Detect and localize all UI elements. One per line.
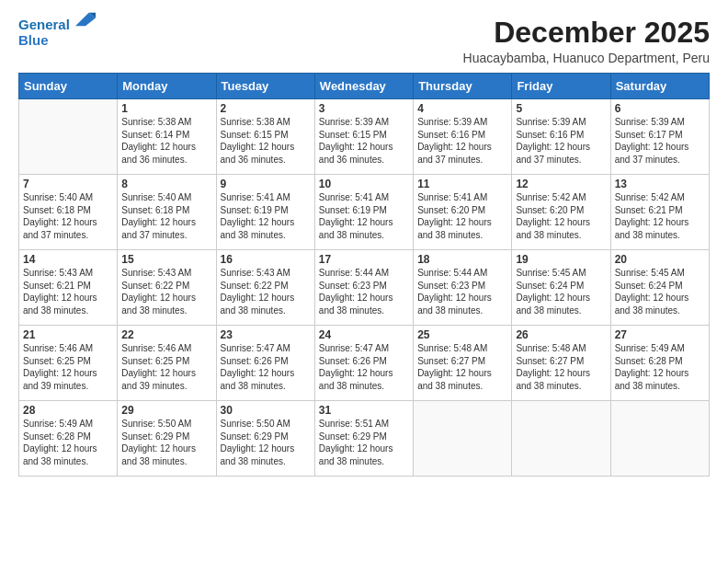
day-info: Sunrise: 5:42 AMSunset: 6:21 PMDaylight:… (615, 191, 705, 241)
day-number: 18 (417, 253, 507, 266)
day-info: Sunrise: 5:39 AMSunset: 6:16 PMDaylight:… (516, 116, 606, 166)
day-number: 31 (319, 404, 409, 417)
day-info: Sunrise: 5:39 AMSunset: 6:16 PMDaylight:… (417, 116, 507, 166)
col-tuesday: Tuesday (216, 74, 314, 99)
day-number: 10 (319, 178, 409, 190)
day-info: Sunrise: 5:41 AMSunset: 6:20 PMDaylight:… (417, 191, 507, 241)
day-number: 12 (516, 178, 606, 190)
calendar-cell: 18Sunrise: 5:44 AMSunset: 6:23 PMDayligh… (414, 250, 512, 326)
day-number: 15 (121, 253, 211, 266)
day-info: Sunrise: 5:50 AMSunset: 6:29 PMDaylight:… (121, 418, 211, 467)
day-number: 21 (23, 328, 113, 341)
calendar-week-row: 14Sunrise: 5:43 AMSunset: 6:21 PMDayligh… (19, 250, 710, 326)
calendar-cell: 27Sunrise: 5:49 AMSunset: 6:28 PMDayligh… (610, 326, 709, 401)
day-number: 3 (319, 102, 409, 115)
day-info: Sunrise: 5:45 AMSunset: 6:24 PMDaylight:… (516, 267, 606, 316)
calendar-cell: 2Sunrise: 5:38 AMSunset: 6:15 PMDaylight… (216, 99, 314, 175)
day-number: 20 (615, 253, 705, 266)
calendar-cell (19, 99, 118, 175)
calendar-cell (512, 401, 610, 477)
calendar-cell: 1Sunrise: 5:38 AMSunset: 6:14 PMDaylight… (118, 99, 216, 175)
calendar-cell: 17Sunrise: 5:44 AMSunset: 6:23 PMDayligh… (314, 250, 413, 326)
calendar-cell: 19Sunrise: 5:45 AMSunset: 6:24 PMDayligh… (512, 250, 610, 326)
col-sunday: Sunday (19, 74, 118, 99)
calendar-cell: 12Sunrise: 5:42 AMSunset: 6:20 PMDayligh… (512, 175, 610, 250)
day-info: Sunrise: 5:42 AMSunset: 6:20 PMDaylight:… (516, 191, 606, 241)
day-info: Sunrise: 5:48 AMSunset: 6:27 PMDaylight:… (516, 342, 606, 392)
col-thursday: Thursday (414, 74, 512, 99)
day-info: Sunrise: 5:43 AMSunset: 6:22 PMDaylight:… (121, 267, 211, 316)
calendar-cell: 20Sunrise: 5:45 AMSunset: 6:24 PMDayligh… (610, 250, 709, 326)
col-wednesday: Wednesday (314, 74, 413, 99)
calendar-cell (414, 401, 512, 477)
calendar-cell: 30Sunrise: 5:50 AMSunset: 6:29 PMDayligh… (216, 401, 314, 477)
day-number: 13 (615, 178, 705, 190)
calendar-header-row: Sunday Monday Tuesday Wednesday Thursday… (19, 74, 710, 99)
day-info: Sunrise: 5:48 AMSunset: 6:27 PMDaylight:… (417, 342, 507, 392)
day-number: 27 (615, 328, 705, 341)
logo-blue-text: Blue (18, 32, 96, 48)
calendar-cell: 29Sunrise: 5:50 AMSunset: 6:29 PMDayligh… (118, 401, 216, 477)
day-number: 26 (516, 328, 606, 341)
calendar-cell: 15Sunrise: 5:43 AMSunset: 6:22 PMDayligh… (118, 250, 216, 326)
day-number: 5 (516, 102, 606, 115)
day-info: Sunrise: 5:38 AMSunset: 6:14 PMDaylight:… (121, 116, 211, 166)
calendar-cell: 16Sunrise: 5:43 AMSunset: 6:22 PMDayligh… (216, 250, 314, 326)
day-number: 24 (319, 328, 409, 341)
day-number: 9 (221, 178, 311, 190)
logo-text: General (18, 17, 96, 32)
day-info: Sunrise: 5:44 AMSunset: 6:23 PMDaylight:… (417, 267, 507, 316)
page: General Blue December 2025 Huacaybamba, … (0, 0, 728, 563)
calendar-week-row: 1Sunrise: 5:38 AMSunset: 6:14 PMDaylight… (19, 99, 710, 175)
logo: General Blue (18, 17, 96, 49)
day-info: Sunrise: 5:41 AMSunset: 6:19 PMDaylight:… (319, 191, 409, 241)
day-number: 29 (121, 404, 211, 417)
calendar-cell: 3Sunrise: 5:39 AMSunset: 6:15 PMDaylight… (314, 99, 413, 175)
day-info: Sunrise: 5:41 AMSunset: 6:19 PMDaylight:… (221, 191, 311, 241)
calendar-cell (610, 401, 709, 477)
day-info: Sunrise: 5:45 AMSunset: 6:24 PMDaylight:… (615, 267, 705, 316)
day-info: Sunrise: 5:40 AMSunset: 6:18 PMDaylight:… (121, 191, 211, 241)
day-number: 23 (221, 328, 311, 341)
calendar-cell: 25Sunrise: 5:48 AMSunset: 6:27 PMDayligh… (414, 326, 512, 401)
day-info: Sunrise: 5:49 AMSunset: 6:28 PMDaylight:… (23, 418, 113, 467)
day-info: Sunrise: 5:47 AMSunset: 6:26 PMDaylight:… (221, 342, 311, 392)
day-number: 8 (121, 178, 211, 190)
col-saturday: Saturday (610, 74, 709, 99)
calendar-title: December 2025 (463, 17, 710, 49)
calendar-cell: 6Sunrise: 5:39 AMSunset: 6:17 PMDaylight… (610, 99, 709, 175)
calendar-subtitle: Huacaybamba, Huanuco Department, Peru (463, 51, 710, 65)
day-info: Sunrise: 5:43 AMSunset: 6:21 PMDaylight:… (23, 267, 113, 316)
calendar-cell: 8Sunrise: 5:40 AMSunset: 6:18 PMDaylight… (118, 175, 216, 250)
logo-icon (75, 9, 96, 29)
calendar-cell: 10Sunrise: 5:41 AMSunset: 6:19 PMDayligh… (314, 175, 413, 250)
calendar-week-row: 7Sunrise: 5:40 AMSunset: 6:18 PMDaylight… (19, 175, 710, 250)
day-info: Sunrise: 5:51 AMSunset: 6:29 PMDaylight:… (319, 418, 409, 467)
calendar-cell: 31Sunrise: 5:51 AMSunset: 6:29 PMDayligh… (314, 401, 413, 477)
day-info: Sunrise: 5:46 AMSunset: 6:25 PMDaylight:… (121, 342, 211, 392)
title-block: December 2025 Huacaybamba, Huanuco Depar… (463, 17, 710, 65)
day-number: 4 (417, 102, 507, 115)
day-info: Sunrise: 5:49 AMSunset: 6:28 PMDaylight:… (615, 342, 705, 392)
calendar-cell: 22Sunrise: 5:46 AMSunset: 6:25 PMDayligh… (118, 326, 216, 401)
calendar-cell: 5Sunrise: 5:39 AMSunset: 6:16 PMDaylight… (512, 99, 610, 175)
day-info: Sunrise: 5:40 AMSunset: 6:18 PMDaylight:… (23, 191, 113, 241)
day-info: Sunrise: 5:39 AMSunset: 6:15 PMDaylight:… (319, 116, 409, 166)
calendar-cell: 7Sunrise: 5:40 AMSunset: 6:18 PMDaylight… (19, 175, 118, 250)
day-info: Sunrise: 5:44 AMSunset: 6:23 PMDaylight:… (319, 267, 409, 316)
calendar-cell: 13Sunrise: 5:42 AMSunset: 6:21 PMDayligh… (610, 175, 709, 250)
calendar-cell: 23Sunrise: 5:47 AMSunset: 6:26 PMDayligh… (216, 326, 314, 401)
day-number: 19 (516, 253, 606, 266)
day-number: 22 (121, 328, 211, 341)
calendar-week-row: 28Sunrise: 5:49 AMSunset: 6:28 PMDayligh… (19, 401, 710, 477)
col-monday: Monday (118, 74, 216, 99)
day-number: 16 (221, 253, 311, 266)
day-info: Sunrise: 5:50 AMSunset: 6:29 PMDaylight:… (221, 418, 311, 467)
day-number: 7 (23, 178, 113, 190)
day-number: 28 (23, 404, 113, 417)
calendar-cell: 28Sunrise: 5:49 AMSunset: 6:28 PMDayligh… (19, 401, 118, 477)
day-number: 25 (417, 328, 507, 341)
day-number: 17 (319, 253, 409, 266)
calendar-cell: 21Sunrise: 5:46 AMSunset: 6:25 PMDayligh… (19, 326, 118, 401)
day-info: Sunrise: 5:47 AMSunset: 6:26 PMDaylight:… (319, 342, 409, 392)
